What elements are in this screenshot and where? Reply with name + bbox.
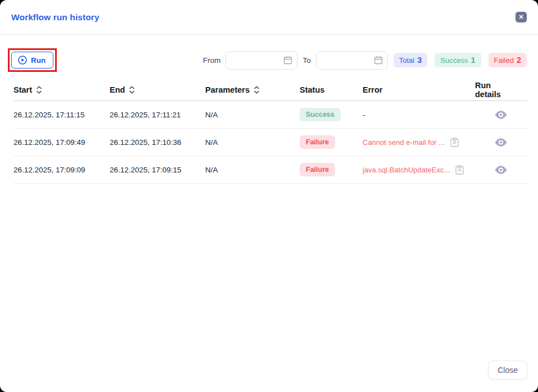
start-cell: 26.12.2025, 17:09:49 [13, 138, 110, 147]
copy-error-button[interactable] [455, 165, 464, 175]
column-header-error-label: Error [363, 85, 382, 94]
parameters-cell: N/A [205, 111, 300, 119]
copy-error-button[interactable] [450, 138, 459, 147]
column-header-end-label: End [110, 85, 125, 94]
close-button[interactable]: Close [488, 361, 527, 380]
eye-icon [495, 111, 507, 119]
column-header-start-label: Start [13, 85, 32, 94]
error-value: - [363, 111, 365, 119]
column-header-status-label: Status [300, 85, 324, 94]
page-title: Workflow run history [11, 12, 100, 22]
sort-icon[interactable] [36, 86, 42, 94]
error-value[interactable]: java.sql.BatchUpdateExc... [363, 166, 450, 174]
parameters-cell: N/A [205, 166, 300, 174]
annotation-highlight-box: Run [8, 48, 57, 72]
run-history-table: Start End Parameters Status [13, 79, 527, 184]
error-cell: java.sql.BatchUpdateExc... [363, 165, 475, 175]
failed-badge-label: Failed [494, 57, 514, 64]
view-details-button[interactable] [495, 166, 507, 174]
column-header-parameters[interactable]: Parameters [205, 85, 300, 94]
clipboard-icon [455, 165, 464, 175]
success-badge-label: Success [440, 57, 468, 64]
status-badge: Failure [300, 163, 335, 177]
error-cell: Cannot send e-mail for ... [363, 138, 475, 147]
start-cell: 26.12.2025, 17:11:15 [13, 111, 110, 119]
table-row: 26.12.2025, 17:11:15 26.12.2025, 17:11:2… [13, 101, 527, 129]
column-header-end[interactable]: End [110, 85, 205, 94]
success-badge-count: 1 [471, 56, 475, 65]
from-label: From [203, 56, 221, 65]
total-badge-count: 3 [417, 56, 422, 65]
status-cell: Failure [300, 163, 363, 177]
to-date-input[interactable] [316, 51, 388, 70]
column-header-parameters-label: Parameters [205, 85, 250, 94]
modal-footer: Close [488, 361, 527, 380]
to-label: To [302, 56, 310, 65]
table-row: 26.12.2025, 17:09:09 26.12.2025, 17:09:1… [13, 156, 527, 184]
column-header-run-details: Run details [475, 81, 527, 99]
run-details-cell [475, 138, 527, 147]
end-cell: 26.12.2025, 17:09:15 [110, 166, 205, 174]
toolbar: Run From To [0, 47, 538, 73]
status-cell: Success [300, 108, 363, 122]
failed-badge: Failed 2 [489, 53, 527, 68]
sort-icon[interactable] [129, 86, 135, 94]
from-date-input[interactable] [225, 51, 297, 70]
column-header-start[interactable]: Start [13, 85, 110, 94]
close-icon[interactable]: ✕ [516, 12, 527, 22]
summary-badges: Total 3 Success 1 Failed 2 [394, 53, 527, 68]
error-cell: - [363, 111, 475, 119]
view-details-button[interactable] [495, 138, 507, 147]
run-details-cell [475, 166, 527, 174]
failed-badge-count: 2 [517, 56, 521, 65]
parameters-cell: N/A [205, 138, 300, 147]
start-cell: 26.12.2025, 17:09:09 [13, 166, 110, 174]
run-button[interactable]: Run [11, 52, 53, 69]
status-badge: Failure [300, 135, 335, 149]
run-button-label: Run [31, 56, 46, 65]
table-row: 26.12.2025, 17:09:49 26.12.2025, 17:10:3… [13, 129, 527, 156]
from-field-wrap [225, 51, 297, 70]
play-icon [18, 56, 27, 65]
end-cell: 26.12.2025, 17:10:36 [110, 138, 205, 147]
column-header-error: Error [363, 85, 475, 94]
eye-icon [495, 138, 507, 147]
column-header-status: Status [300, 85, 363, 94]
workflow-run-history-modal: Workflow run history ✕ Run From [0, 0, 538, 392]
success-badge: Success 1 [435, 53, 481, 68]
clipboard-icon [450, 138, 459, 147]
total-badge: Total 3 [394, 53, 428, 68]
sort-icon[interactable] [254, 86, 260, 94]
eye-icon [495, 166, 507, 174]
view-details-button[interactable] [495, 111, 507, 119]
status-cell: Failure [300, 135, 363, 149]
status-badge: Success [300, 108, 341, 122]
to-field-wrap [316, 51, 388, 70]
total-badge-label: Total [399, 57, 414, 64]
run-details-cell [475, 111, 527, 119]
column-header-run-details-label: Run details [475, 81, 517, 99]
date-filters: From To [203, 51, 388, 70]
error-value[interactable]: Cannot send e-mail for ... [363, 138, 445, 147]
modal-header: Workflow run history ✕ [0, 0, 538, 35]
table-header-row: Start End Parameters Status [13, 79, 527, 101]
end-cell: 26.12.2025, 17:11:21 [110, 111, 205, 119]
